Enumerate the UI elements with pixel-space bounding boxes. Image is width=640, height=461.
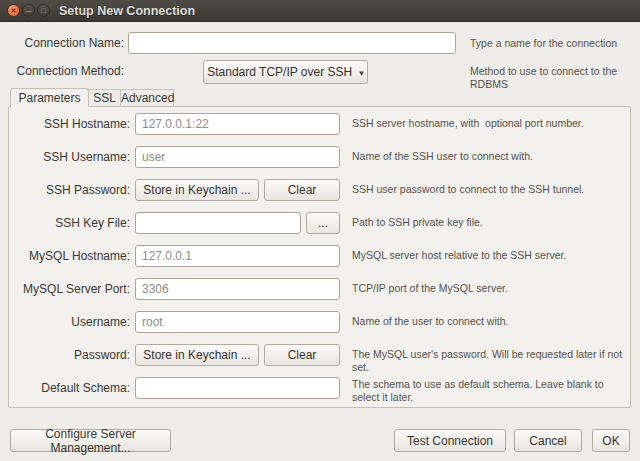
ssh-key-file-hint: Path to SSH private key file. [352, 216, 632, 229]
default-schema-hint: The schema to use as default schema. Lea… [352, 378, 632, 403]
ok-button[interactable]: OK [592, 429, 630, 452]
mysql-port-label: MySQL Server Port: [0, 278, 130, 300]
connection-method-hint: Method to use to connect to the RDBMS [470, 65, 635, 90]
form-row: SSH Password: Store in Keychain ... Clea… [0, 179, 640, 201]
titlebar: ✕ — □ Setup New Connection [0, 0, 640, 22]
form-row: Username: Name of the user to connect wi… [0, 311, 640, 333]
tab-ssl[interactable]: SSL [89, 89, 121, 107]
mysql-password-hint: The MySQL user's password. Will be reque… [352, 348, 632, 373]
mysql-hostname-label: MySQL Hostname: [0, 245, 130, 267]
mysql-port-hint: TCP/IP port of the MySQL server. [352, 282, 632, 295]
default-schema-input[interactable] [135, 377, 340, 399]
ssh-username-hint: Name of the SSH user to connect with. [352, 150, 632, 163]
connection-name-input[interactable] [128, 32, 456, 54]
form-row: SSH Key File: ... Path to SSH private ke… [0, 212, 640, 234]
connection-method-dropdown[interactable]: Standard TCP/IP over SSH ▾ [203, 60, 368, 84]
mysql-hostname-input[interactable] [135, 245, 340, 267]
mysql-username-label: Username: [0, 311, 130, 333]
form-row: SSH Hostname: SSH server hostname, with … [0, 113, 640, 135]
mysql-password-label: Password: [0, 344, 130, 366]
connection-name-hint: Type a name for the connection [470, 37, 635, 50]
mysql-hostname-hint: MySQL server host relative to the SSH se… [352, 249, 632, 262]
tab-parameters[interactable]: Parameters [10, 88, 89, 107]
ssh-key-file-browse-button[interactable]: ... [306, 212, 340, 234]
ssh-key-file-input[interactable] [135, 212, 301, 234]
ssh-hostname-hint: SSH server hostname, with optional port … [352, 117, 632, 130]
ssh-hostname-input[interactable] [135, 113, 340, 135]
default-schema-label: Default Schema: [0, 377, 130, 399]
connection-name-label: Connection Name: [0, 32, 124, 54]
ssh-password-label: SSH Password: [0, 179, 130, 201]
ssh-password-clear-button[interactable]: Clear [264, 179, 340, 201]
mysql-port-input[interactable] [135, 278, 340, 300]
connection-method-row: Connection Method: Standard TCP/IP over … [0, 60, 640, 84]
configure-server-management-button[interactable]: Configure Server Management... [10, 429, 171, 452]
test-connection-button[interactable]: Test Connection [394, 429, 506, 452]
cancel-button[interactable]: Cancel [514, 429, 582, 452]
mysql-username-input[interactable] [135, 311, 340, 333]
chevron-down-icon: ▾ [359, 68, 364, 78]
mysql-store-in-keychain-button[interactable]: Store in Keychain ... [135, 344, 259, 366]
ssh-store-in-keychain-button[interactable]: Store in Keychain ... [135, 179, 259, 201]
minimize-icon[interactable]: — [22, 4, 35, 17]
window-title: Setup New Connection [59, 4, 195, 18]
mysql-username-hint: Name of the user to connect with. [352, 315, 632, 328]
form-row: SSH Username: Name of the SSH user to co… [0, 146, 640, 168]
connection-method-label: Connection Method: [0, 60, 124, 82]
form-row: MySQL Server Port: TCP/IP port of the My… [0, 278, 640, 300]
ssh-username-label: SSH Username: [0, 146, 130, 168]
form-row: Default Schema: The schema to use as def… [0, 377, 640, 399]
close-icon[interactable]: ✕ [7, 4, 20, 17]
form-row: Password: Store in Keychain ... Clear Th… [0, 344, 640, 366]
form-row: MySQL Hostname: MySQL server host relati… [0, 245, 640, 267]
ssh-key-file-label: SSH Key File: [0, 212, 130, 234]
connection-name-row: Connection Name: Type a name for the con… [0, 32, 640, 56]
ssh-username-input[interactable] [135, 146, 340, 168]
tab-advanced[interactable]: Advanced [121, 89, 174, 107]
connection-method-value: Standard TCP/IP over SSH [207, 65, 352, 79]
ssh-hostname-label: SSH Hostname: [0, 113, 130, 135]
maximize-icon[interactable]: □ [37, 4, 50, 17]
mysql-password-clear-button[interactable]: Clear [264, 344, 340, 366]
ssh-password-hint: SSH user password to connect to the SSH … [352, 183, 632, 196]
